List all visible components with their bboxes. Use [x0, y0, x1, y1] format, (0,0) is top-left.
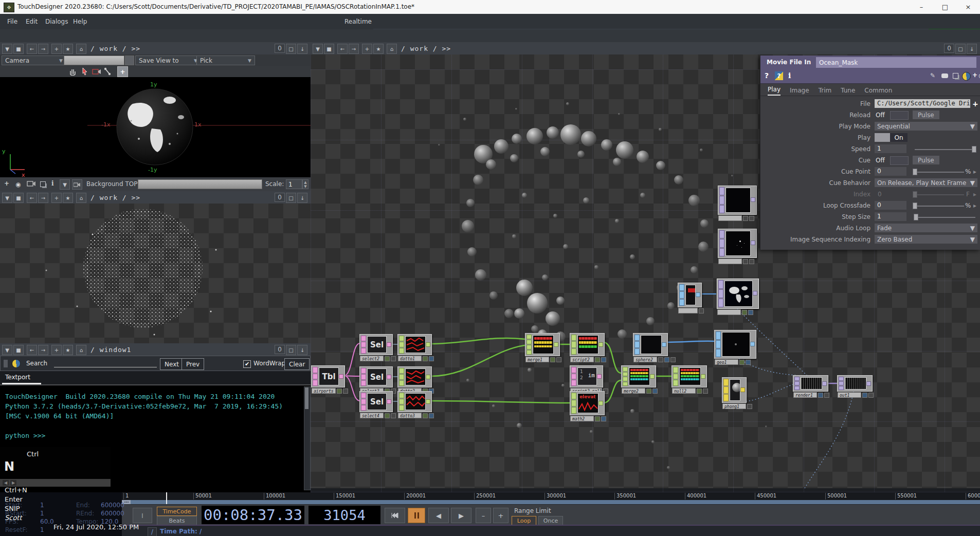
export-flag[interactable] [429, 413, 434, 418]
once-mode-button[interactable]: Once [538, 516, 563, 525]
node-select3[interactable]: Sel select3 [359, 366, 393, 387]
info-icon[interactable]: i [788, 71, 791, 80]
insert-cursor-button[interactable]: I [133, 508, 152, 523]
minimize-button[interactable]: – [910, 0, 933, 14]
tab-play[interactable]: Play [768, 86, 781, 96]
rstart-value[interactable]: 1 [40, 510, 44, 517]
export-flag[interactable] [601, 357, 606, 362]
pane2-detach-icon[interactable]: ↓ [297, 193, 307, 203]
bypass-flag[interactable] [748, 310, 753, 315]
render-flag[interactable] [746, 360, 751, 365]
bypass-flag[interactable] [556, 357, 561, 362]
pan-hand-icon[interactable] [68, 67, 77, 76]
add-tool-icon[interactable]: + [117, 66, 128, 77]
tab-textport[interactable]: Textport [5, 374, 30, 381]
close-button[interactable]: × [956, 0, 980, 14]
cuepoint-slider-track[interactable] [915, 172, 964, 173]
bypass-flag[interactable] [699, 308, 704, 313]
search-prev-button[interactable]: Prev [182, 358, 204, 370]
reload-toggle[interactable] [890, 111, 909, 120]
forward-arrow-icon[interactable]: → [38, 193, 48, 203]
node-null2[interactable]: null2 [672, 365, 707, 387]
playmode-dropdown[interactable]: Sequential▼ [875, 122, 977, 131]
audioloop-dropdown[interactable]: Fade▼ [875, 224, 977, 232]
cuebehavior-dropdown[interactable]: On Release, Play Next Frame▼ [875, 178, 977, 187]
node-select2[interactable]: Sel select2 [359, 334, 393, 355]
star-icon[interactable]: ★ [373, 44, 384, 54]
back-arrow-icon[interactable]: ← [27, 44, 37, 54]
wordwrap-checkbox[interactable]: ✔ [243, 360, 251, 368]
reload-pulse-button[interactable]: Pulse [913, 110, 939, 119]
timeline-ruler[interactable]: 1 50001 100001 150001 200001 250001 3000… [122, 492, 980, 500]
viewer-flag[interactable] [739, 360, 745, 365]
viewer-flag[interactable] [658, 357, 663, 362]
scrollbar-thumb[interactable] [305, 387, 308, 409]
home-icon[interactable]: ⌂ [76, 193, 86, 203]
node-script2[interactable]: script2 [570, 333, 605, 356]
eye-icon[interactable]: ◉ [15, 181, 21, 188]
node-small-chop[interactable] [678, 283, 702, 307]
node-airports[interactable]: Tbl airports [311, 365, 345, 387]
timeline-range-bar[interactable] [122, 500, 980, 504]
add-bookmark-icon[interactable]: + [51, 193, 62, 203]
bypass-flag[interactable] [868, 393, 874, 398]
pane3-count[interactable]: 0 [275, 345, 285, 354]
viewer-flag[interactable] [423, 356, 428, 361]
pane2-count[interactable]: 0 [275, 193, 285, 202]
pane-menu-icon[interactable]: ▼ [2, 345, 12, 355]
pane-stop-icon[interactable]: ■ [13, 44, 24, 54]
viewer-flag[interactable] [862, 393, 867, 398]
pane2-maximize-icon[interactable]: □ [286, 193, 296, 203]
forward-arrow-icon[interactable]: → [38, 44, 48, 54]
render-flag[interactable] [664, 357, 669, 362]
range-minus-button[interactable]: – [476, 508, 491, 523]
copy-icon[interactable] [40, 181, 46, 187]
bypass-flag[interactable] [749, 259, 754, 264]
resetf-value[interactable]: 1 [40, 526, 44, 533]
pane-stop-icon[interactable]: ■ [13, 345, 24, 355]
range-plus-button[interactable]: + [493, 508, 509, 523]
end-value[interactable]: 600000 [101, 502, 124, 509]
background-top-field[interactable] [138, 179, 262, 189]
node-datto2[interactable]: datto2 [397, 366, 432, 387]
bypass-flag[interactable] [703, 389, 708, 394]
back-arrow-icon[interactable]: ← [27, 345, 37, 355]
bypass-flag[interactable] [670, 357, 676, 362]
network-maximize-icon[interactable]: □ [955, 44, 966, 54]
node-render1[interactable]: render1 [793, 375, 828, 392]
pane-menu-icon[interactable]: ▼ [2, 44, 12, 54]
reload-value[interactable]: Off [876, 110, 885, 120]
bypass-flag[interactable] [391, 413, 396, 418]
start-value[interactable]: 1 [40, 502, 44, 509]
pane3-maximize-icon[interactable]: □ [286, 345, 296, 355]
3d-viewport[interactable]: 1y -1y -1x 1x y x [0, 77, 311, 177]
beats-mode-button[interactable]: Beats [157, 516, 197, 525]
viewer-flag[interactable] [743, 259, 748, 264]
history-forward-icon[interactable]: ▶ [10, 480, 16, 486]
node-select4[interactable]: Sel select4 [359, 391, 393, 412]
pane-stop-icon[interactable]: ■ [324, 44, 334, 54]
viewer-flag[interactable] [595, 357, 600, 362]
expand-arrow-icon[interactable]: ▸ [973, 167, 976, 177]
copy-parameters-icon[interactable] [953, 73, 958, 79]
add-bookmark-icon[interactable]: + [51, 44, 62, 54]
node-top-thumbnail-2[interactable] [718, 229, 757, 258]
camera-dropdown[interactable]: Camera▼ [2, 56, 66, 65]
scale-stepper[interactable]: ▲▼ [302, 179, 308, 189]
node-merge1[interactable]: merge1 [525, 333, 560, 356]
camera-view-icon[interactable] [92, 67, 101, 76]
home-icon[interactable]: ⌂ [387, 44, 397, 54]
maximize-button[interactable]: □ [933, 0, 957, 14]
node-datto3[interactable]: datto3 [397, 391, 432, 412]
tab-trim[interactable]: Trim [819, 87, 832, 96]
network-hscrollbar[interactable] [311, 488, 980, 492]
save-view-dropdown[interactable]: Save View to▼ [135, 56, 201, 65]
add-icon[interactable]: + [4, 180, 9, 187]
pane-stop-icon[interactable]: ■ [13, 193, 24, 203]
bypass-flag[interactable] [749, 216, 754, 221]
rend-value[interactable]: 600000 [101, 510, 124, 517]
viewer-flag[interactable] [595, 416, 600, 421]
export-flag[interactable] [429, 356, 434, 361]
stepsize-slider-handle[interactable] [914, 214, 918, 220]
tab-tune[interactable]: Tune [841, 87, 855, 96]
